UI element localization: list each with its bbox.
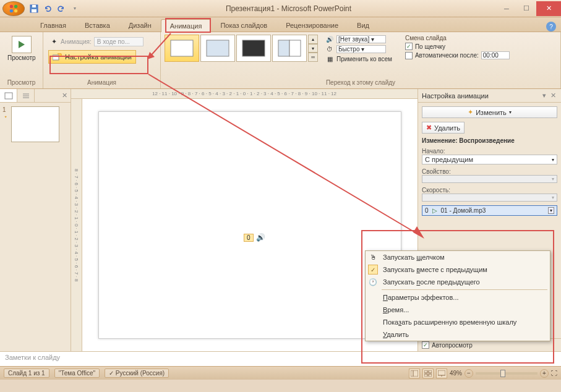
vertical-ruler: 8 · 7 · 6 · 5 · 4 · 3 · 2 · 1 · 0 · 1 · … (71, 99, 82, 351)
slide-change-options: Смена слайда По щелчку Автоматически пос… (401, 33, 513, 61)
zoom-in-icon[interactable]: + (540, 369, 549, 378)
group-animation: ✦ Анимация: В ходе по... Настройка анима… (43, 32, 161, 88)
status-theme: "Тема Office" (54, 369, 100, 378)
custom-animation-button[interactable]: Настройка анимации (48, 50, 136, 64)
autopreview-label: Автопросмотр (432, 342, 473, 349)
start-select[interactable]: С предыдущим▾ (422, 155, 557, 164)
svg-rect-11 (242, 40, 265, 56)
gallery-more-icon[interactable]: ═ (308, 53, 318, 62)
help-icon[interactable]: ? (546, 22, 556, 32)
star-icon: ✦ (468, 108, 473, 116)
ctx-remove[interactable]: Удалить (366, 328, 550, 341)
transition-fade[interactable] (200, 35, 235, 62)
zoom-slider[interactable] (476, 372, 537, 375)
ctx-start-after-previous[interactable]: 🕐 Запускать после предыдущего (366, 276, 550, 288)
slides-tabs: ✕ (0, 89, 71, 103)
svg-rect-23 (429, 374, 432, 377)
change-effect-button[interactable]: ✦ Изменить ▾ (422, 106, 557, 118)
transition-speed-select[interactable]: Быстро ▾ (336, 45, 386, 53)
transition-options: 🔊 [Нет звука] ▾ ⏱ Быстро ▾ ▦ Применить к… (322, 33, 396, 64)
statusbar: Слайд 1 из 1 "Тема Office" ✓ Русский (Ро… (0, 366, 561, 380)
slideshow-view-icon[interactable] (436, 369, 447, 378)
tab-insert[interactable]: Вставка (75, 19, 119, 32)
maximize-button[interactable]: ☐ (516, 1, 536, 16)
thumbnail-number: 1 (2, 106, 9, 113)
fit-window-icon[interactable]: ⛶ (551, 370, 557, 377)
animation-combo-select[interactable]: В ходе по... (94, 37, 143, 46)
transition-none[interactable] (165, 35, 199, 62)
tab-slideshow[interactable]: Показ слайдов (211, 19, 276, 32)
on-click-checkbox[interactable] (405, 43, 413, 50)
slide-canvas[interactable]: 0 🔊 (98, 111, 401, 339)
auto-after-input[interactable]: 00:00 (481, 51, 510, 59)
svg-point-2 (10, 9, 13, 12)
slides-tab-outline[interactable] (17, 89, 35, 102)
save-icon[interactable] (28, 3, 40, 14)
group-animation-label: Анимация (46, 78, 158, 87)
sorter-view-icon[interactable] (422, 369, 434, 378)
speed-label: Скорость: (422, 187, 557, 194)
svg-rect-20 (424, 370, 427, 373)
close-button[interactable]: ✕ (536, 1, 561, 16)
svg-rect-18 (411, 370, 418, 377)
taskpane-header: Настройка анимации ▾ ✕ (418, 89, 561, 103)
property-label: Свойство: (422, 168, 557, 175)
preview-button[interactable]: Просмотр (2, 33, 41, 64)
redo-icon[interactable] (56, 3, 67, 14)
svg-rect-7 (53, 55, 59, 60)
media-object[interactable]: 0 🔊 (244, 233, 265, 242)
start-label: Начало: (422, 148, 557, 155)
slide-thumbnail[interactable] (11, 106, 59, 142)
svg-point-0 (10, 4, 13, 7)
taskpane-body: ✦ Изменить ▾ ✖ Удалить Изменение: Воспро… (418, 103, 561, 219)
tab-design[interactable]: Дизайн (119, 19, 161, 32)
undo-icon[interactable] (42, 3, 53, 14)
sound-icon: 🔊 (325, 35, 334, 43)
notes-pane[interactable]: Заметки к слайду (0, 351, 561, 366)
qat-dropdown-icon[interactable]: ▾ (69, 3, 80, 14)
window-title: Презентация1 - Microsoft PowerPoint (80, 4, 497, 13)
window-controls: ─ ☐ ✕ (497, 1, 561, 16)
ctx-show-timeline[interactable]: Показать расширенную временную шкалу (366, 316, 550, 328)
auto-after-checkbox[interactable] (405, 52, 413, 59)
office-button[interactable] (2, 1, 25, 16)
chevron-down-icon[interactable]: ▾ (548, 207, 554, 214)
ctx-timing[interactable]: Время... (366, 304, 550, 316)
transition-fade-black[interactable] (236, 35, 271, 62)
preview-label: Просмотр (7, 54, 36, 61)
spellcheck-icon: ✓ (109, 370, 114, 377)
delete-effect-button[interactable]: ✖ Удалить (422, 122, 465, 134)
slides-tab-thumbnails[interactable] (0, 89, 17, 102)
effect-index: 0 (425, 207, 429, 214)
tab-review[interactable]: Рецензирование (276, 19, 348, 32)
apply-all-button[interactable]: ▦ Применить ко всем (325, 54, 392, 63)
gallery-down-icon[interactable]: ▾ (308, 44, 318, 53)
normal-view-icon[interactable] (409, 369, 420, 378)
tab-view[interactable]: Вид (348, 19, 379, 32)
transition-cut[interactable] (272, 35, 307, 62)
zoom-percent[interactable]: 49% (450, 370, 462, 377)
apply-all-icon: ▦ (325, 54, 334, 63)
effect-list-item[interactable]: 0 ▷ 01 - Домой.mp3 ▾ (422, 205, 557, 216)
gallery-up-icon[interactable]: ▴ (308, 35, 318, 44)
status-language[interactable]: ✓ Русский (Россия) (105, 369, 169, 378)
ctx-start-with-previous[interactable]: ✓ Запускать вместе с предыдущим (366, 263, 550, 276)
taskpane-close-icon[interactable]: ✕ (549, 92, 557, 100)
transition-sound-select[interactable]: [Нет звука] ▾ (336, 35, 386, 43)
titlebar: ▾ Презентация1 - Microsoft PowerPoint ─ … (0, 0, 561, 17)
tab-home[interactable]: Главная (31, 19, 75, 32)
animation-combo: ✦ Анимация: В ходе по... (48, 36, 145, 48)
zoom-out-icon[interactable]: − (465, 369, 473, 378)
taskpane-dropdown-icon[interactable]: ▾ (540, 92, 549, 100)
slides-panel-close-icon[interactable]: ✕ (58, 89, 71, 102)
custom-animation-icon (53, 53, 62, 61)
minimize-button[interactable]: ─ (497, 1, 516, 16)
group-preview-label: Просмотр (2, 78, 40, 87)
svg-rect-10 (207, 40, 229, 56)
tab-animation[interactable]: Анимация (161, 19, 212, 32)
svg-rect-6 (32, 9, 36, 12)
ctx-effect-options[interactable]: Параметры эффектов... (366, 291, 550, 304)
autopreview-checkbox[interactable] (422, 341, 429, 349)
ctx-start-on-click[interactable]: 🖱 Запускать щелчком (366, 251, 550, 263)
check-icon: ✓ (368, 265, 378, 275)
